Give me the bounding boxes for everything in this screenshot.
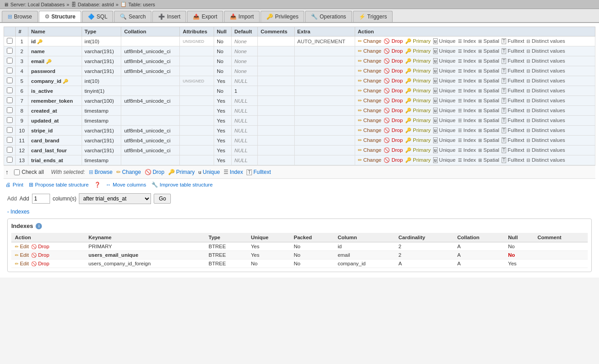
row-checkbox[interactable] [7,97,13,103]
index-link[interactable]: Index [463,78,476,83]
primary-link[interactable]: Primary [413,88,431,93]
tab-structure[interactable]: ⚙ Structure [39,11,81,22]
index-link[interactable]: Index [463,137,476,143]
primary-link[interactable]: Primary [413,58,431,64]
spatial-link[interactable]: Spatial [484,137,499,143]
spatial-link[interactable]: Spatial [484,98,499,103]
primary-link[interactable]: Primary [413,98,431,103]
check-all-checkbox[interactable] [14,169,20,175]
unique-link[interactable]: Unique [439,48,455,54]
bottom-unique-action[interactable]: u Unique [198,169,220,175]
change-link[interactable]: Change [363,68,381,73]
tab-search[interactable]: 🔍 Search [114,11,151,22]
change-link[interactable]: Change [363,58,381,64]
tab-sql[interactable]: 🔷 SQL [82,11,113,22]
index-link[interactable]: Index [463,48,476,54]
bottom-change-action[interactable]: ✏ Change [116,169,141,175]
unique-link[interactable]: Unique [439,108,455,113]
unique-link[interactable]: Unique [439,147,455,153]
spatial-link[interactable]: Spatial [484,127,499,133]
unique-link[interactable]: Unique [439,98,455,103]
fulltext-link[interactable]: Fulltext [508,48,524,54]
spatial-link[interactable]: Spatial [484,108,499,113]
change-link[interactable]: Change [363,137,381,143]
print-link[interactable]: 🖨 Print [5,182,23,187]
unique-link[interactable]: Unique [439,157,455,163]
row-checkbox[interactable] [7,77,13,83]
spatial-link[interactable]: Spatial [484,48,499,54]
tab-export[interactable]: 📤 Export [187,11,223,22]
fulltext-link[interactable]: Fulltext [508,38,524,44]
fulltext-link[interactable]: Fulltext [508,58,524,64]
row-checkbox[interactable] [7,137,13,143]
spatial-link[interactable]: Spatial [484,157,499,163]
primary-link[interactable]: Primary [413,68,431,73]
indexes-toggle[interactable]: - Indexes [4,207,595,217]
move-columns-link[interactable]: ↔ Move columns [106,182,146,187]
add-position-select[interactable]: after trial_ends_at at beginning at end [79,193,151,204]
primary-link[interactable]: Primary [413,108,431,113]
idx-edit-link[interactable]: Edit [20,252,29,258]
bottom-primary-action[interactable]: 🔑 Primary [168,169,195,175]
change-link[interactable]: Change [363,98,381,103]
drop-link[interactable]: Drop [392,157,403,163]
distinct-link[interactable]: Distinct values [532,78,565,83]
drop-link[interactable]: Drop [392,78,403,83]
distinct-link[interactable]: Distinct values [532,68,565,73]
row-checkbox[interactable] [7,107,13,113]
fulltext-link[interactable]: Fulltext [508,147,524,153]
primary-link[interactable]: Primary [413,147,431,153]
distinct-link[interactable]: Distinct values [532,58,565,64]
distinct-link[interactable]: Distinct values [532,98,565,103]
idx-drop-link[interactable]: Drop [38,252,49,258]
fulltext-link[interactable]: Fulltext [508,108,524,113]
spatial-link[interactable]: Spatial [484,147,499,153]
spatial-link[interactable]: Spatial [484,38,499,44]
unique-link[interactable]: Unique [439,127,455,133]
drop-link[interactable]: Drop [392,38,403,44]
change-link[interactable]: Change [363,108,381,113]
index-link[interactable]: Index [463,88,476,93]
fulltext-link[interactable]: Fulltext [508,127,524,133]
unique-link[interactable]: Unique [439,78,455,83]
change-link[interactable]: Change [363,78,381,83]
fulltext-link[interactable]: Fulltext [508,157,524,163]
bottom-drop-action[interactable]: 🚫 Drop [145,169,165,175]
unique-link[interactable]: Unique [439,137,455,143]
bottom-browse-action[interactable]: ⊞ Browse [89,169,113,175]
tab-insert[interactable]: ➕ Insert [152,11,186,22]
change-link[interactable]: Change [363,38,381,44]
distinct-link[interactable]: Distinct values [532,147,565,153]
index-link[interactable]: Index [463,98,476,103]
indexes-info-icon[interactable]: i [36,223,42,229]
propose-link[interactable]: ⊞ Propose table structure [29,182,89,188]
spatial-link[interactable]: Spatial [484,78,499,83]
tab-privileges[interactable]: 🔑 Privileges [261,11,304,22]
primary-link[interactable]: Primary [413,118,431,123]
distinct-link[interactable]: Distinct values [532,48,565,54]
index-link[interactable]: Index [463,58,476,64]
unique-link[interactable]: Unique [439,88,455,93]
distinct-link[interactable]: Distinct values [532,108,565,113]
primary-link[interactable]: Primary [413,48,431,54]
primary-link[interactable]: Primary [413,137,431,143]
distinct-link[interactable]: Distinct values [532,127,565,133]
distinct-link[interactable]: Distinct values [532,88,565,93]
drop-link[interactable]: Drop [392,118,403,123]
idx-edit-link[interactable]: Edit [20,244,29,249]
tab-import[interactable]: 📥 Import [224,11,260,22]
distinct-link[interactable]: Distinct values [532,157,565,163]
row-checkbox[interactable] [7,117,13,123]
drop-link[interactable]: Drop [392,88,403,93]
change-link[interactable]: Change [363,127,381,133]
change-link[interactable]: Change [363,48,381,54]
drop-link[interactable]: Drop [392,147,403,153]
drop-link[interactable]: Drop [392,48,403,54]
spatial-link[interactable]: Spatial [484,68,499,73]
drop-link[interactable]: Drop [392,98,403,103]
unique-link[interactable]: Unique [439,58,455,64]
index-link[interactable]: Index [463,68,476,73]
row-checkbox[interactable] [7,147,13,153]
primary-link[interactable]: Primary [413,157,431,163]
primary-link[interactable]: Primary [413,127,431,133]
